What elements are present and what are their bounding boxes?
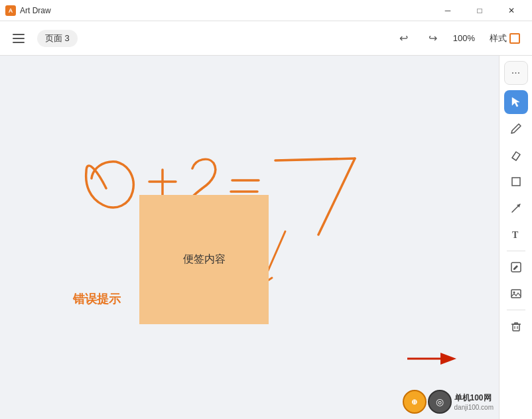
- edit-icon: [510, 261, 522, 273]
- maximize-button[interactable]: □: [464, 0, 495, 21]
- undo-button[interactable]: ↩: [395, 29, 413, 48]
- window-controls: ─ □ ✕: [432, 0, 527, 21]
- watermark-site-name: 单机100网: [454, 392, 494, 404]
- page-tab[interactable]: 页面 3: [37, 30, 78, 47]
- select-icon: [510, 96, 522, 108]
- menu-icon-line1: [13, 34, 25, 35]
- line-icon: [510, 202, 522, 214]
- error-text: 错误提示: [73, 291, 121, 307]
- svg-rect-15: [513, 324, 519, 331]
- sticky-note-content: 便签内容: [183, 253, 226, 267]
- text-tool-button[interactable]: T: [504, 223, 528, 247]
- toolbar-separator-2: [507, 310, 525, 310]
- style-square-icon: [509, 33, 520, 44]
- svg-rect-8: [512, 178, 520, 186]
- watermark: ⊕ ◎ 单机100网 danji100.com: [403, 390, 494, 414]
- watermark-eye-icon: ◎: [428, 390, 452, 414]
- edit-tool-button[interactable]: [504, 255, 528, 279]
- shape-icon: [510, 176, 522, 188]
- delete-button[interactable]: [504, 314, 528, 338]
- close-button[interactable]: ✕: [496, 0, 527, 21]
- header-toolbar: 页面 3 ↩ ↪ 100% 样式: [0, 21, 532, 56]
- style-button[interactable]: 样式: [486, 30, 524, 47]
- svg-line-7: [512, 158, 516, 160]
- more-button[interactable]: ···: [504, 61, 528, 85]
- eraser-icon: [510, 149, 522, 161]
- app-title: Art Draw: [20, 6, 432, 15]
- redo-button[interactable]: ↪: [424, 29, 442, 48]
- title-bar: A Art Draw ─ □ ✕: [0, 0, 532, 21]
- eraser-tool-button[interactable]: [504, 143, 528, 167]
- watermark-text-block: 单机100网 danji100.com: [454, 392, 494, 411]
- toolbar-separator: [507, 251, 525, 251]
- svg-rect-13: [511, 290, 521, 298]
- header-right-controls: ↩ ↪ 100% 样式: [395, 29, 524, 48]
- image-tool-button[interactable]: [504, 282, 528, 306]
- menu-icon-line2: [13, 38, 25, 39]
- right-toolbar: ···: [499, 56, 532, 419]
- image-icon: [510, 288, 522, 300]
- main-content: 便签内容 错误提示 ⊕ ◎ 单机100网 danji100: [0, 56, 532, 419]
- menu-icon-line3: [13, 42, 25, 43]
- menu-button[interactable]: [8, 28, 29, 49]
- select-tool-button[interactable]: [504, 90, 528, 114]
- svg-text:T: T: [512, 230, 519, 240]
- watermark-icon: ⊕: [403, 390, 427, 414]
- more-icon: ···: [511, 67, 520, 79]
- svg-point-14: [513, 292, 515, 294]
- app-icon: A: [5, 5, 16, 16]
- text-icon: T: [510, 229, 522, 241]
- style-label: 样式: [490, 32, 507, 44]
- delete-icon: [510, 320, 522, 332]
- canvas-area[interactable]: 便签内容 错误提示 ⊕ ◎ 单机100网 danji100: [0, 56, 499, 419]
- pen-icon: [510, 123, 522, 135]
- minimize-button[interactable]: ─: [432, 0, 463, 21]
- sticky-note[interactable]: 便签内容: [139, 195, 269, 324]
- red-arrow: [407, 351, 460, 369]
- pen-tool-button[interactable]: [504, 117, 528, 141]
- shape-tool-button[interactable]: [504, 170, 528, 194]
- line-tool-button[interactable]: [504, 196, 528, 220]
- watermark-url: danji100.com: [454, 404, 494, 411]
- zoom-level[interactable]: 100%: [453, 33, 475, 43]
